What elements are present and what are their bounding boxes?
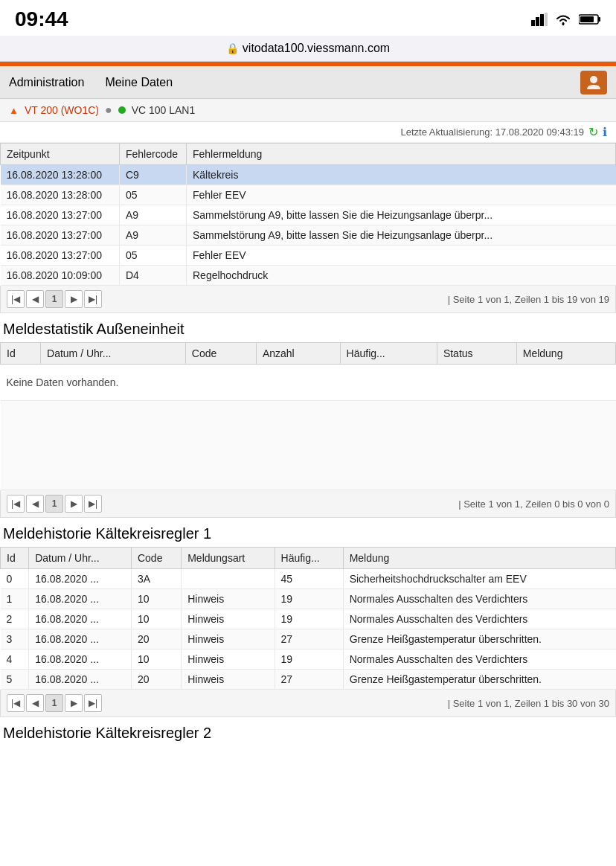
prev-page-btn[interactable]: ◀ (26, 290, 44, 308)
table-row[interactable]: 16.08.2020 13:27:00 A9 Sammelstörung A9,… (1, 225, 616, 246)
ms-first-page-btn[interactable]: |◀ (7, 495, 25, 513)
status-time: 09:44 (15, 7, 68, 31)
col-header: Datum / Uhr... (41, 343, 186, 365)
cell-code: 10 (131, 650, 181, 670)
col-header: Meldung (343, 548, 615, 569)
cell-meldungsart: Hinweis (182, 629, 275, 650)
status-icons (531, 13, 601, 26)
ms-prev-page-btn[interactable]: ◀ (26, 495, 44, 513)
col-header: Meldung (516, 343, 615, 365)
cell-meldung: Normales Ausschalten des Verdichters (343, 650, 615, 670)
svg-rect-2 (540, 14, 544, 26)
cell-code: 20 (131, 629, 181, 650)
error-table-section: Zeitpunkt Fehlercode Fehlermeldung 16.08… (0, 143, 616, 313)
col-header: Id (1, 343, 41, 365)
error-page-buttons[interactable]: |◀ ◀ 1 ▶ ▶| (7, 290, 102, 308)
mh1-first-page-btn[interactable]: |◀ (7, 694, 25, 712)
cell-fehlercode: A9 (120, 205, 187, 225)
col-header-zeitpunkt: Zeitpunkt (1, 144, 120, 165)
lock-icon: 🔒 (226, 42, 239, 54)
meldehistorie2-title: Meldehistorie Kältekreisregler 2 (0, 717, 616, 746)
cell-meldungsart (182, 569, 275, 589)
mh1-prev-page-btn[interactable]: ◀ (26, 694, 44, 712)
mh1-last-page-btn[interactable]: ▶| (84, 694, 102, 712)
svg-rect-0 (531, 20, 535, 26)
table-row[interactable]: 3 16.08.2020 ... 20 Hinweis 27 Grenze He… (1, 629, 616, 650)
cell-meldung: Normales Ausschalten des Verdichters (343, 589, 615, 609)
table-row[interactable]: 5 16.08.2020 ... 20 Hinweis 27 Grenze He… (1, 670, 616, 690)
info-icon[interactable]: ℹ (603, 125, 607, 139)
cell-zeitpunkt: 16.08.2020 13:27:00 (1, 205, 120, 225)
table-row[interactable]: 16.08.2020 13:28:00 05 Fehler EEV (1, 185, 616, 205)
cell-zeitpunkt: 16.08.2020 13:27:00 (1, 225, 120, 246)
cell-fehlercode: 05 (120, 185, 187, 205)
meldestatistik-section: Meldestatistik Außeneinheit IdDatum / Uh… (0, 313, 616, 518)
mh1-current-page-btn[interactable]: 1 (45, 694, 63, 712)
svg-point-4 (562, 23, 565, 25)
cell-haeufig: 45 (275, 569, 343, 589)
cell-datum: 16.08.2020 ... (29, 569, 132, 589)
svg-rect-3 (545, 13, 548, 26)
no-data-cell: Keine Daten vorhanden. (1, 365, 616, 401)
col-header: Anzahl (256, 343, 340, 365)
meldehistorie1-title: Meldehistorie Kältekreisregler 1 (0, 518, 616, 547)
table-row[interactable]: 16.08.2020 13:28:00 C9 Kältekreis (1, 165, 616, 185)
nav-bar: Administration Meine Daten (0, 66, 616, 99)
ms-current-page-btn[interactable]: 1 (45, 495, 63, 513)
cell-meldung: Grenze Heißgastemperatur überschritten. (343, 629, 615, 650)
device-separator: ● (105, 103, 112, 117)
ms-last-page-btn[interactable]: ▶| (84, 495, 102, 513)
table-row[interactable]: 16.08.2020 10:09:00 D4 Regelhochdruck (1, 266, 616, 286)
table-row[interactable]: 1 16.08.2020 ... 10 Hinweis 19 Normales … (1, 589, 616, 609)
table-row[interactable]: 16.08.2020 13:27:00 05 Fehler EEV (1, 246, 616, 266)
cell-datum: 16.08.2020 ... (29, 650, 132, 670)
cell-fehlercode: D4 (120, 266, 187, 286)
error-table: Zeitpunkt Fehlercode Fehlermeldung 16.08… (0, 143, 616, 286)
cell-zeitpunkt: 16.08.2020 13:28:00 (1, 185, 120, 205)
col-header: Datum / Uhr... (29, 548, 132, 569)
table-row[interactable]: 16.08.2020 13:27:00 A9 Sammelstörung A9,… (1, 205, 616, 225)
device-label: VC 100 LAN1 (132, 104, 196, 116)
cell-haeufig: 19 (275, 609, 343, 629)
cell-fehlermeldung: Fehler EEV (187, 246, 616, 266)
mh1-next-page-btn[interactable]: ▶ (65, 694, 83, 712)
profile-icon-box[interactable] (580, 71, 607, 94)
meldestatistik-table: IdDatum / Uhr...CodeAnzahlHäufig...Statu… (0, 342, 616, 490)
online-indicator (118, 106, 126, 114)
col-header: Häufig... (275, 548, 343, 569)
table-row[interactable]: 4 16.08.2020 ... 10 Hinweis 19 Normales … (1, 650, 616, 670)
current-page-btn[interactable]: 1 (45, 290, 63, 308)
cell-meldungsart: Hinweis (182, 650, 275, 670)
meldehistorie2-section: Meldehistorie Kältekreisregler 2 (0, 717, 616, 746)
cell-fehlermeldung: Regelhochdruck (187, 266, 616, 286)
cell-haeufig: 19 (275, 650, 343, 670)
meldestatistik-title: Meldestatistik Außeneinheit (0, 313, 616, 342)
first-page-btn[interactable]: |◀ (7, 290, 25, 308)
svg-rect-7 (580, 16, 594, 22)
col-header: Code (131, 548, 181, 569)
cell-fehlermeldung: Sammelstörung A9, bitte lassen Sie die H… (187, 205, 616, 225)
cell-meldung: Grenze Heißgastemperatur überschritten. (343, 670, 615, 690)
battery-icon (579, 13, 601, 25)
table-row[interactable]: 2 16.08.2020 ... 10 Hinweis 19 Normales … (1, 609, 616, 629)
ms-next-page-btn[interactable]: ▶ (65, 495, 83, 513)
nav-item-administration[interactable]: Administration (9, 66, 94, 99)
cell-zeitpunkt: 16.08.2020 10:09:00 (1, 266, 120, 286)
meldestat-page-info: | Seite 1 von 1, Zeilen 0 bis 0 von 0 (458, 498, 609, 510)
update-bar: Letzte Aktualisierung: 17.08.2020 09:43:… (0, 122, 616, 143)
empty-filler (1, 401, 616, 490)
cell-meldung: Sicherheitshochdruckschalter am EEV (343, 569, 615, 589)
nav-item-meine-daten[interactable]: Meine Daten (94, 66, 183, 99)
meldhist1-page-buttons[interactable]: |◀ ◀ 1 ▶ ▶| (7, 694, 102, 712)
meldestat-page-buttons[interactable]: |◀ ◀ 1 ▶ ▶| (7, 495, 102, 513)
warning-icon: ▲ (9, 105, 19, 116)
refresh-icon[interactable]: ↻ (588, 125, 598, 139)
cell-code: 10 (131, 609, 181, 629)
next-page-btn[interactable]: ▶ (65, 290, 83, 308)
cell-code: 10 (131, 589, 181, 609)
table-row[interactable]: 0 16.08.2020 ... 3A 45 Sicherheitshochdr… (1, 569, 616, 589)
device-name[interactable]: VT 200 (WO1C) (25, 104, 99, 116)
device-bar: ▲ VT 200 (WO1C) ● VC 100 LAN1 (0, 99, 616, 122)
last-page-btn[interactable]: ▶| (84, 290, 102, 308)
error-pagination: |◀ ◀ 1 ▶ ▶| | Seite 1 von 1, Zeilen 1 bi… (0, 286, 616, 313)
